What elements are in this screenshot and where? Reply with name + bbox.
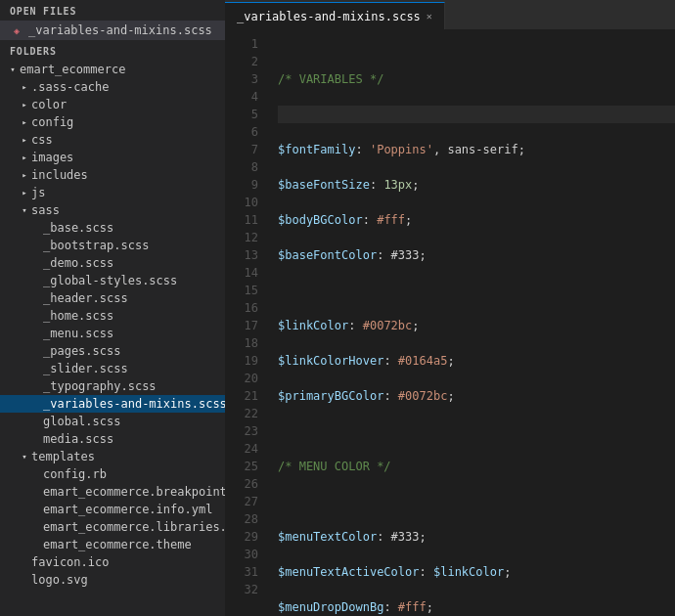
file-config-rb[interactable]: ▸ config.rb — [0, 465, 225, 483]
file-emart-libraries[interactable]: ▸ emart_ecommerce.libraries.yml — [0, 518, 225, 536]
file-label: _global-styles.scss — [43, 274, 177, 287]
file-label: media.scss — [43, 432, 113, 446]
chevron-right-icon: ▸ — [18, 133, 31, 147]
folder-sass[interactable]: ▾ sass — [0, 201, 225, 219]
folder-sass-cache[interactable]: ▸ .sass-cache — [0, 78, 225, 96]
file-emart-theme[interactable]: ▸ emart_ecommerce.theme — [0, 536, 225, 553]
file-media-scss[interactable]: ▸ media.scss — [0, 430, 225, 448]
file-label: emart_ecommerce.info.yml — [43, 503, 212, 516]
folder-js[interactable]: ▸ js — [0, 184, 225, 201]
file-label: _bootstrap.scss — [43, 239, 149, 252]
scss-file-icon: ◈ — [10, 23, 23, 37]
file-slider-scss[interactable]: ▸ _slider.scss — [0, 360, 225, 377]
open-files-header: OPEN FILES — [0, 0, 225, 21]
file-bootstrap-scss[interactable]: ▸ _bootstrap.scss — [0, 237, 225, 254]
tab-label: _variables-and-mixins.scss — [237, 10, 421, 23]
editor-panel: _variables-and-mixins.scss ✕ 12345 67891… — [225, 0, 675, 616]
tab-close-button[interactable]: ✕ — [427, 11, 432, 22]
file-label: _typography.scss — [43, 379, 157, 393]
file-label: _header.scss — [43, 291, 128, 305]
folders-header: FOLDERS — [0, 40, 225, 61]
folder-label: js — [31, 186, 45, 199]
file-label: emart_ecommerce.libraries.yml — [43, 520, 225, 534]
chevron-down-icon: ▾ — [18, 203, 31, 217]
folder-label: sass — [31, 203, 60, 217]
folder-images[interactable]: ▸ images — [0, 149, 225, 166]
code-editor[interactable]: /* VARIABLES */ $fontFamily: 'Poppins', … — [266, 29, 675, 616]
folder-label: css — [31, 133, 53, 147]
file-label: _variables-and-mixins.scss — [43, 397, 225, 411]
folder-includes[interactable]: ▸ includes — [0, 166, 225, 184]
chevron-down-icon: ▾ — [6, 63, 20, 76]
code-area: 12345 678910 1112131415 1617181920 21222… — [225, 29, 675, 616]
file-emart-info[interactable]: ▸ emart_ecommerce.info.yml — [0, 501, 225, 518]
file-label: logo.svg — [31, 573, 88, 587]
tab-variables-scss[interactable]: _variables-and-mixins.scss ✕ — [225, 2, 445, 29]
folder-css[interactable]: ▸ css — [0, 131, 225, 149]
sidebar: OPEN FILES ◈ _variables-and-mixins.scss … — [0, 0, 225, 616]
file-label: _demo.scss — [43, 256, 113, 270]
chevron-right-icon: ▸ — [18, 151, 31, 164]
folder-config[interactable]: ▸ config — [0, 113, 225, 131]
file-label: favicon.ico — [31, 555, 109, 569]
file-label: _home.scss — [43, 309, 113, 323]
file-home-scss[interactable]: ▸ _home.scss — [0, 307, 225, 325]
chevron-right-icon: ▸ — [18, 80, 31, 94]
open-file-name: _variables-and-mixins.scss — [28, 23, 212, 37]
file-label: emart_ecommerce.breakpoints.yml — [43, 485, 225, 499]
folder-label: .sass-cache — [31, 80, 109, 94]
folder-label: includes — [31, 168, 88, 182]
file-typography-scss[interactable]: ▸ _typography.scss — [0, 377, 225, 395]
chevron-right-icon: ▸ — [18, 98, 31, 111]
file-label: _pages.scss — [43, 344, 120, 358]
chevron-right-icon: ▸ — [18, 186, 31, 199]
file-favicon[interactable]: ▸ favicon.ico — [0, 553, 225, 571]
line-numbers: 12345 678910 1112131415 1617181920 21222… — [225, 29, 266, 616]
file-global-scss[interactable]: ▸ global.scss — [0, 413, 225, 430]
chevron-right-icon: ▸ — [18, 168, 31, 182]
file-logo-svg[interactable]: ▸ logo.svg — [0, 571, 225, 589]
folder-label: images — [31, 151, 73, 164]
file-label: config.rb — [43, 467, 107, 481]
folder-color[interactable]: ▸ color — [0, 96, 225, 113]
file-pages-scss[interactable]: ▸ _pages.scss — [0, 342, 225, 360]
folder-templates[interactable]: ▾ templates — [0, 448, 225, 465]
folder-label: emart_ecommerce — [20, 63, 125, 76]
folder-label: templates — [31, 450, 95, 463]
file-label: _menu.scss — [43, 327, 113, 340]
folder-label: config — [31, 115, 73, 129]
folder-label: color — [31, 98, 67, 111]
file-header-scss[interactable]: ▸ _header.scss — [0, 289, 225, 307]
file-base-scss[interactable]: ▸ _base.scss — [0, 219, 225, 237]
file-demo-scss[interactable]: ▸ _demo.scss — [0, 254, 225, 272]
file-emart-breakpoints[interactable]: ▸ emart_ecommerce.breakpoints.yml — [0, 483, 225, 501]
chevron-down-icon: ▾ — [18, 450, 31, 463]
file-label: _slider.scss — [43, 362, 128, 375]
file-global-styles-scss[interactable]: ▸ _global-styles.scss — [0, 272, 225, 289]
file-label: global.scss — [43, 415, 120, 428]
chevron-right-icon: ▸ — [18, 115, 31, 129]
file-variables-scss[interactable]: ▸ _variables-and-mixins.scss — [0, 395, 225, 413]
folder-emart-ecommerce[interactable]: ▾ emart_ecommerce — [0, 61, 225, 78]
file-label: _base.scss — [43, 221, 113, 235]
file-menu-scss[interactable]: ▸ _menu.scss — [0, 325, 225, 342]
open-file-item[interactable]: ◈ _variables-and-mixins.scss — [0, 21, 225, 40]
tab-bar: _variables-and-mixins.scss ✕ — [225, 0, 675, 29]
file-label: emart_ecommerce.theme — [43, 538, 192, 551]
